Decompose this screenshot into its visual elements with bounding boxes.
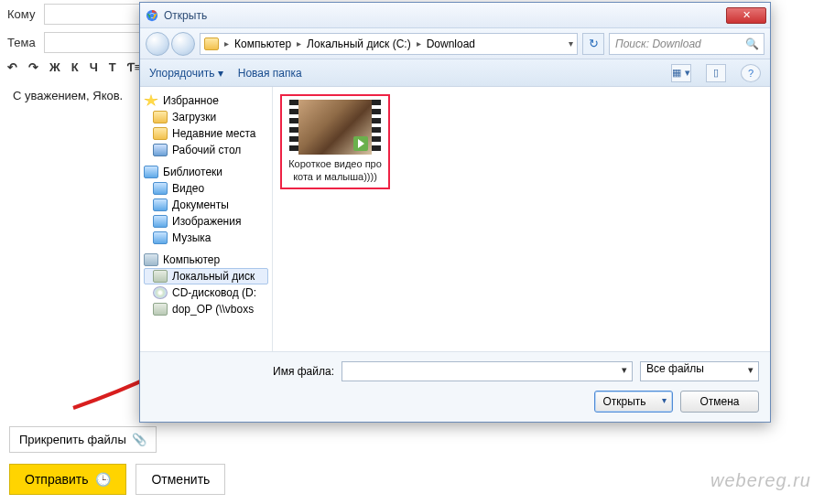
close-button[interactable]: ✕ <box>726 7 766 24</box>
star-icon <box>144 94 158 107</box>
tree-item-pictures[interactable]: Изображения <box>144 213 268 230</box>
dialog-command-bar: Упорядочить ▾ Новая папка ▦ ▾ ▯ ? <box>140 59 770 87</box>
chevron-right-icon: ▸ <box>417 38 421 48</box>
bold-button[interactable]: Ж <box>49 60 60 74</box>
tree-item-recent[interactable]: Недавние места <box>144 125 268 142</box>
file-name-label: Короткое видео про кота и малыша)))) <box>286 158 385 184</box>
tree-item-cd-drive[interactable]: CD-дисковод (D: <box>144 284 268 301</box>
chevron-right-icon: ▸ <box>224 38 229 48</box>
search-placeholder: Поиск: Download <box>615 38 701 50</box>
preview-pane-button[interactable]: ▯ <box>706 64 726 82</box>
strike-button[interactable]: Т <box>109 60 116 74</box>
open-button[interactable]: Открыть <box>594 391 673 413</box>
folder-icon <box>204 38 219 50</box>
thumbnail-image <box>298 100 372 155</box>
folder-icon <box>153 111 168 123</box>
breadcrumb[interactable]: ▸ Компьютер ▸ Локальный диск (C:) ▸ Down… <box>200 33 578 55</box>
tree-item-local-disk[interactable]: Локальный диск <box>144 268 268 284</box>
send-row: Отправить 🕒 Отменить <box>9 464 815 495</box>
cd-icon <box>153 286 168 299</box>
organize-menu[interactable]: Упорядочить ▾ <box>149 67 223 80</box>
tree-favorites-header[interactable]: Избранное <box>144 92 268 109</box>
folder-icon <box>153 127 168 140</box>
italic-button[interactable]: К <box>71 60 79 74</box>
view-options-button[interactable]: ▦ ▾ <box>671 64 691 82</box>
network-drive-icon <box>153 303 168 316</box>
crumb-folder[interactable]: Download <box>423 38 479 50</box>
paperclip-icon: 📎 <box>132 433 146 446</box>
dialog-cancel-button[interactable]: Отмена <box>680 391 759 413</box>
desktop-icon <box>153 144 168 156</box>
dialog-titlebar[interactable]: Открыть ✕ <box>140 3 770 28</box>
tree-item-network-drive[interactable]: dop_OP (\\vboxs <box>144 301 268 317</box>
dialog-title: Открыть <box>164 9 207 22</box>
dialog-navbar: ▸ Компьютер ▸ Локальный диск (C:) ▸ Down… <box>140 28 770 59</box>
tree-item-videos[interactable]: Видео <box>144 180 268 197</box>
computer-icon <box>144 253 158 266</box>
filmstrip-icon <box>372 100 381 155</box>
send-label: Отправить <box>25 472 88 487</box>
cancel-email-button[interactable]: Отменить <box>136 464 225 495</box>
video-icon <box>153 182 168 195</box>
tree-item-music[interactable]: Музыка <box>144 230 268 246</box>
new-folder-button[interactable]: Новая папка <box>238 67 302 80</box>
navigation-tree: Избранное Загрузки Недавние места Рабочи… <box>140 87 273 351</box>
music-icon <box>153 231 168 244</box>
clock-icon: 🕒 <box>95 472 111 487</box>
picture-icon <box>153 215 168 228</box>
filmstrip-icon <box>289 100 298 155</box>
watermark: webereg.ru <box>710 470 811 491</box>
filetype-select[interactable]: Все файлы <box>640 361 759 381</box>
search-input[interactable]: Поиск: Download 🔍 <box>609 33 764 55</box>
nav-forward-button[interactable] <box>171 32 195 56</box>
filename-label: Имя файла: <box>151 365 334 378</box>
dialog-footer: Имя файла: Все файлы Открыть Отмена <box>140 351 770 422</box>
tree-item-documents[interactable]: Документы <box>144 197 268 213</box>
attach-files-label: Прикрепить файлы <box>19 433 126 446</box>
chrome-icon <box>146 9 158 22</box>
refresh-button[interactable]: ↻ <box>582 33 604 55</box>
dialog-body: Избранное Загрузки Недавние места Рабочи… <box>140 87 770 351</box>
tree-computer-header[interactable]: Компьютер <box>144 252 268 268</box>
undo-icon[interactable]: ↶ <box>7 60 17 74</box>
to-label: Кому <box>7 7 44 21</box>
drive-icon <box>153 270 168 283</box>
file-item-video[interactable]: Короткое видео про кота и малыша)))) <box>280 94 390 189</box>
crumb-drive[interactable]: Локальный диск (C:) <box>303 38 415 50</box>
tree-item-downloads[interactable]: Загрузки <box>144 109 268 125</box>
crumb-computer[interactable]: Компьютер <box>231 38 295 50</box>
filename-input[interactable] <box>342 361 633 381</box>
attach-files-button[interactable]: Прикрепить файлы 📎 <box>9 426 157 453</box>
tree-item-desktop[interactable]: Рабочий стол <box>144 142 268 158</box>
video-thumbnail <box>289 100 381 155</box>
chevron-right-icon: ▸ <box>297 38 301 48</box>
tree-libraries-header[interactable]: Библиотеки <box>144 164 268 180</box>
search-icon: 🔍 <box>745 38 759 50</box>
file-list[interactable]: Короткое видео про кота и малыша)))) <box>273 87 770 351</box>
play-icon <box>353 136 368 151</box>
open-file-dialog: Открыть ✕ ▸ Компьютер ▸ Локальный диск (… <box>139 2 771 423</box>
underline-button[interactable]: Ч <box>90 60 98 74</box>
nav-back-button[interactable] <box>146 32 169 56</box>
send-button[interactable]: Отправить 🕒 <box>9 464 126 495</box>
help-button[interactable]: ? <box>741 64 761 82</box>
email-bottom-bar: Прикрепить файлы 📎 Отправить 🕒 Отменить … <box>0 417 824 504</box>
redo-icon[interactable]: ↷ <box>28 60 38 74</box>
svg-point-2 <box>150 13 155 17</box>
subject-label: Тема <box>7 36 44 49</box>
libraries-icon <box>144 166 158 178</box>
chevron-down-icon[interactable]: ▾ <box>569 38 573 48</box>
document-icon <box>153 198 168 211</box>
